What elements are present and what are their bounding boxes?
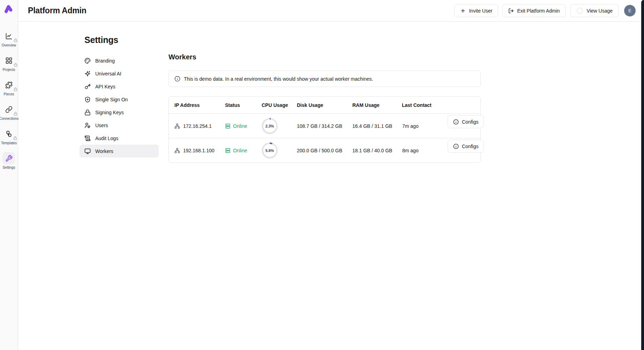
menu-item-signing-keys[interactable]: Signing Keys (80, 106, 159, 119)
window-edge-strip (641, 0, 644, 350)
menu-item-branding[interactable]: Branding (80, 54, 159, 67)
table-row: 172.16.254.1 Online 2.3% (169, 114, 480, 138)
lock-icon (14, 63, 17, 67)
column-header-cpu: CPU Usage (262, 102, 297, 108)
logout-icon (508, 8, 514, 14)
server-icon (225, 123, 231, 129)
menu-item-label: Users (95, 123, 108, 128)
user-cog-icon (84, 122, 91, 129)
demo-data-text: This is demo data. In a real environment… (184, 76, 373, 82)
column-header-disk: Disk Usage (297, 102, 352, 108)
invite-user-label: Invite User (469, 8, 492, 14)
table-row: 192.168.1.100 Online 5.6% (169, 138, 480, 162)
worker-ip-cell: 172.16.254.1 (174, 123, 225, 129)
workers-table: IP Address Status CPU Usage Disk Usage R… (169, 96, 481, 163)
activepieces-logo[interactable] (3, 3, 15, 15)
wrench-icon (5, 155, 13, 162)
sidebar-item-projects[interactable]: Projects (2, 54, 15, 72)
cpu-usage-value: 2.3% (263, 119, 276, 132)
lock-icon (14, 87, 17, 91)
settings-title: Settings (84, 35, 159, 45)
menu-item-universal-ai[interactable]: Universal AI (80, 67, 159, 80)
menu-item-single-sign-on[interactable]: Single Sign On (80, 93, 159, 106)
sidebar-item-label: Overview (2, 43, 16, 47)
worker-status: Online (233, 148, 247, 153)
avatar-initial: E (628, 8, 631, 13)
sidebar: Overview Projects (0, 0, 18, 350)
link-icon (5, 106, 13, 113)
grid-icon (5, 57, 13, 64)
key-icon (84, 83, 91, 90)
demo-data-banner: This is demo data. In a real environment… (169, 71, 481, 87)
worker-status-cell: Online (225, 123, 262, 129)
server-icon (225, 148, 231, 153)
worker-status-cell: Online (225, 148, 262, 153)
sidebar-item-label: Settings (2, 166, 15, 169)
exit-platform-admin-button[interactable]: Exit Platform Admin (502, 4, 566, 17)
sidebar-item-settings[interactable]: Settings (2, 152, 15, 169)
column-header-ram: RAM Usage (352, 102, 402, 108)
lock-icon (14, 112, 17, 116)
worker-status: Online (233, 123, 247, 129)
settings-menu: Branding Universal AI API Keys (80, 54, 159, 158)
workers-section: Workers This is demo data. In a real env… (169, 35, 481, 163)
menu-item-audit-logs[interactable]: Audit Logs (80, 132, 159, 145)
configs-button[interactable]: Configs (448, 140, 484, 153)
palette-icon (84, 58, 91, 64)
header-actions: Invite User Exit Platform Admin View Usa… (454, 4, 636, 17)
worker-ip-cell: 192.168.1.100 (174, 148, 225, 153)
platform-admin-app: Overview Projects (0, 0, 644, 350)
table-header-row: IP Address Status CPU Usage Disk Usage R… (169, 97, 480, 114)
sidebar-item-label: Projects (2, 68, 15, 72)
lock-icon (84, 109, 91, 116)
sidebar-item-templates[interactable]: Templates (1, 127, 17, 145)
sidebar-item-overview[interactable]: Overview (2, 30, 16, 47)
sidebar-nav: Overview Projects (0, 30, 18, 169)
menu-item-users[interactable]: Users (80, 119, 159, 132)
worker-ram: 16.4 GB / 31.1 GB (352, 123, 402, 129)
page-title: Platform Admin (28, 6, 87, 15)
menu-item-label: API Keys (95, 84, 115, 89)
network-icon (174, 148, 180, 153)
info-icon (453, 119, 459, 125)
cpu-usage-donut: 5.6% (262, 143, 278, 159)
configs-label: Configs (462, 144, 478, 149)
menu-item-label: Branding (95, 58, 115, 64)
cpu-usage-value: 5.6% (263, 144, 276, 157)
workers-title: Workers (169, 53, 481, 61)
avatar[interactable]: E (624, 5, 636, 16)
main-area: Platform Admin Invite User Exit Platform… (18, 0, 644, 350)
lock-icon (14, 38, 17, 42)
worker-ip: 172.16.254.1 (183, 123, 212, 129)
sidebar-item-label: Templates (1, 141, 17, 145)
sidebar-item-connections[interactable]: Connections (0, 103, 18, 121)
settings-page: Settings Branding Universal AI (18, 22, 644, 163)
worker-cpu-cell: 2.3% (262, 118, 297, 134)
worker-disk: 200.0 GB / 500.0 GB (297, 148, 352, 153)
configs-button[interactable]: Configs (448, 115, 484, 128)
puzzle-icon (5, 81, 13, 89)
header: Platform Admin Invite User Exit Platform… (18, 0, 644, 22)
menu-item-label: Workers (95, 148, 113, 154)
menu-item-label: Single Sign On (95, 97, 128, 102)
lock-icon (13, 136, 17, 140)
menu-item-label: Universal AI (95, 71, 121, 76)
workflow-icon (5, 130, 13, 138)
menu-item-api-keys[interactable]: API Keys (80, 80, 159, 93)
menu-item-workers[interactable]: Workers (80, 145, 159, 158)
shield-plus-icon (84, 96, 91, 103)
line-chart-icon (5, 32, 13, 40)
sidebar-item-label: Pieces (3, 92, 14, 96)
sparkles-icon (84, 71, 91, 77)
usage-ring-icon (576, 7, 584, 15)
column-header-last-contact: Last Contact (402, 102, 475, 108)
sidebar-item-pieces[interactable]: Pieces (3, 79, 15, 96)
plus-icon (460, 8, 466, 14)
invite-user-button[interactable]: Invite User (454, 4, 498, 17)
column-header-ip: IP Address (174, 102, 225, 108)
menu-item-label: Audit Logs (95, 136, 118, 141)
view-usage-label: View Usage (587, 8, 613, 14)
menu-item-label: Signing Keys (95, 110, 124, 115)
view-usage-button[interactable]: View Usage (570, 4, 619, 17)
column-header-status: Status (225, 102, 262, 108)
